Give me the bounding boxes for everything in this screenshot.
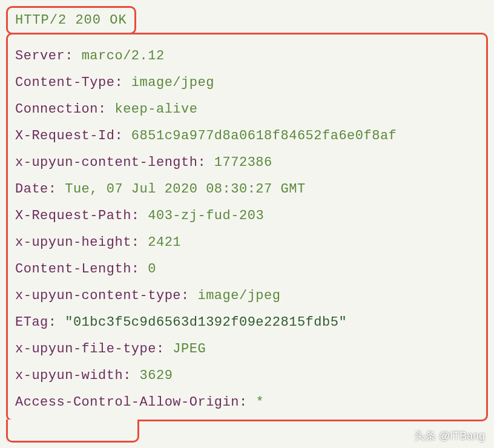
header-name: Content-Length: (15, 262, 140, 277)
header-value: 403-zj-fud-203 (148, 208, 264, 223)
header-name: x-upyun-file-type: (15, 341, 165, 357)
headers-highlight-box: Server: marco/2.12Content-Type: image/jp… (6, 33, 488, 421)
header-value: 6851c9a977d8a0618f84652fa6e0f8af (131, 128, 397, 143)
header-name: Connection: (15, 102, 107, 117)
header-name: x-upyun-width: (15, 368, 131, 383)
header-row: Content-Length: 0 (15, 256, 479, 283)
header-row: x-upyun-file-type: JPEG (15, 336, 479, 363)
header-row: Content-Type: image/jpeg (15, 70, 479, 96)
header-name: ETag: (15, 315, 57, 330)
http-response-container: HTTP/2 200 OK Server: marco/2.12Content-… (6, 6, 488, 443)
header-name: Content-Type: (15, 75, 123, 90)
header-value: 2421 (148, 235, 181, 250)
header-row: X-Request-Id: 6851c9a977d8a0618f84652fa6… (15, 123, 479, 150)
header-row: ETag: "01bc3f5c9d6563d1392f09e22815fdb5" (15, 309, 479, 336)
header-value: 1772386 (214, 155, 272, 170)
header-row: X-Request-Path: 403-zj-fud-203 (15, 203, 479, 229)
http-protocol: HTTP/2 (15, 13, 67, 28)
header-row: Connection: keep-alive (15, 96, 479, 123)
header-name: Access-Control-Allow-Origin: (15, 395, 248, 410)
header-name: Date: (15, 182, 57, 197)
header-value: Tue, 07 Jul 2020 08:30:27 GMT (65, 182, 305, 197)
header-row: x-upyun-width: 3629 (15, 363, 479, 389)
header-value: "01bc3f5c9d6563d1392f09e22815fdb5" (65, 315, 347, 330)
header-name: x-upyun-content-length: (15, 155, 206, 170)
header-value: * (255, 395, 264, 410)
header-value: image/jpeg (131, 75, 214, 90)
header-row: Server: marco/2.12 (15, 43, 479, 70)
header-name: Server: (15, 48, 73, 64)
watermark-text: 头条 @ITBang (414, 429, 485, 443)
header-row: x-upyun-content-type: image/jpeg (15, 283, 479, 309)
header-name: X-Request-Id: (15, 128, 123, 143)
header-value: marco/2.12 (82, 48, 165, 64)
header-row: Access-Control-Allow-Origin: * (15, 389, 479, 416)
header-row: x-upyun-height: 2421 (15, 229, 479, 256)
header-value: keep-alive (114, 102, 197, 117)
header-value: 0 (148, 262, 156, 277)
header-name: x-upyun-content-type: (15, 288, 189, 303)
http-status-line: HTTP/2 200 OK (15, 13, 127, 28)
header-value: JPEG (173, 341, 206, 357)
header-row: Date: Tue, 07 Jul 2020 08:30:27 GMT (15, 176, 479, 203)
bottom-highlight-box (6, 420, 139, 443)
header-row: x-upyun-content-length: 1772386 (15, 150, 479, 176)
header-value: image/jpeg (197, 288, 280, 303)
header-name: x-upyun-height: (15, 235, 140, 250)
http-status-code: 200 (75, 13, 101, 28)
http-status-text: OK (110, 13, 127, 28)
header-value: 3629 (140, 368, 173, 383)
header-name: X-Request-Path: (15, 208, 140, 223)
status-line-highlight-box: HTTP/2 200 OK (6, 6, 136, 35)
